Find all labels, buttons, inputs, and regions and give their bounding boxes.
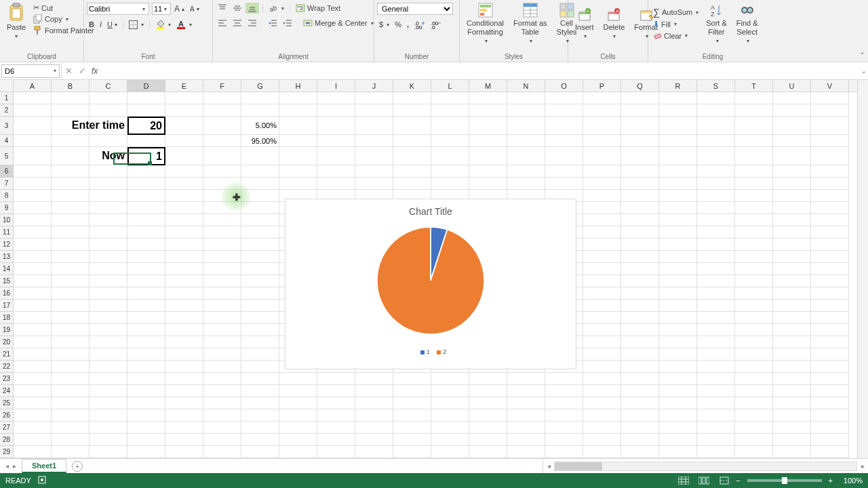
cell-S29[interactable]: [697, 446, 735, 458]
delete-cells-button[interactable]: × Delete: [599, 7, 629, 41]
cell-J5[interactable]: [355, 147, 393, 165]
hscroll-thumb[interactable]: [555, 462, 602, 470]
cell-J7[interactable]: [355, 178, 393, 190]
cell-G20[interactable]: [241, 336, 279, 348]
cell-G24[interactable]: [241, 385, 279, 397]
cell-C24[interactable]: [90, 385, 127, 397]
cell-V9[interactable]: [811, 202, 849, 214]
cell-A17[interactable]: [14, 300, 52, 312]
cell-B16[interactable]: [52, 287, 90, 300]
expand-formula-bar-button[interactable]: ⌄: [859, 66, 868, 75]
cell-U8[interactable]: [773, 190, 811, 202]
cell-T8[interactable]: [735, 190, 773, 202]
cell-C5[interactable]: Now: [90, 147, 127, 165]
cell-E1[interactable]: [165, 92, 203, 104]
cell-A3[interactable]: [14, 117, 52, 135]
cell-B24[interactable]: [52, 385, 90, 397]
cell-O29[interactable]: [545, 446, 583, 458]
cell-I6[interactable]: [317, 165, 355, 178]
cell-V19[interactable]: [811, 324, 849, 336]
cell-S13[interactable]: [697, 251, 735, 263]
cell-J27[interactable]: [355, 422, 393, 434]
cell-F22[interactable]: [203, 361, 241, 373]
cell-L25[interactable]: [431, 397, 469, 409]
cell-T11[interactable]: [735, 226, 773, 239]
cell-D19[interactable]: [127, 324, 165, 336]
cell-P6[interactable]: [583, 165, 621, 178]
cell-V4[interactable]: [811, 135, 849, 147]
format-as-table-button[interactable]: Format as Table: [509, 1, 551, 46]
cell-N29[interactable]: [507, 446, 545, 458]
align-bottom-button[interactable]: [245, 3, 259, 14]
cell-C1[interactable]: [90, 92, 127, 104]
cell-S7[interactable]: [697, 178, 735, 190]
cell-R4[interactable]: [659, 135, 697, 147]
cell-S6[interactable]: [697, 165, 735, 178]
cell-F12[interactable]: [203, 239, 241, 251]
cell-U21[interactable]: [773, 348, 811, 361]
cell-G13[interactable]: [241, 251, 279, 263]
cell-E9[interactable]: [165, 202, 203, 214]
cell-M26[interactable]: [469, 409, 507, 422]
orientation-button[interactable]: ab: [267, 3, 286, 14]
cell-R1[interactable]: [659, 92, 697, 104]
cell-G9[interactable]: [241, 202, 279, 214]
font-size-combo[interactable]: [152, 3, 171, 15]
cell-R5[interactable]: [659, 147, 697, 165]
cell-P8[interactable]: [583, 190, 621, 202]
cell-Q4[interactable]: [621, 135, 659, 147]
cell-G11[interactable]: [241, 226, 279, 239]
cell-R28[interactable]: [659, 434, 697, 446]
cell-C10[interactable]: [90, 214, 127, 226]
zoom-out-button[interactable]: −: [736, 476, 740, 485]
cell-N2[interactable]: [507, 104, 545, 117]
cell-M4[interactable]: [469, 135, 507, 147]
cell-P28[interactable]: [583, 434, 621, 446]
cell-B18[interactable]: [52, 312, 90, 324]
cell-G19[interactable]: [241, 324, 279, 336]
cell-O28[interactable]: [545, 434, 583, 446]
cell-F23[interactable]: [203, 373, 241, 385]
cell-V21[interactable]: [811, 348, 849, 361]
cell-G28[interactable]: [241, 434, 279, 446]
cell-D15[interactable]: [127, 275, 165, 287]
cell-E15[interactable]: [165, 275, 203, 287]
cell-I25[interactable]: [317, 397, 355, 409]
cell-R19[interactable]: [659, 324, 697, 336]
cell-V12[interactable]: [811, 239, 849, 251]
autosum-button[interactable]: ∑AutoSum: [651, 6, 701, 18]
cell-F27[interactable]: [203, 422, 241, 434]
cell-B28[interactable]: [52, 434, 90, 446]
cell-C2[interactable]: [90, 104, 127, 117]
cell-E5[interactable]: [165, 147, 203, 165]
borders-button[interactable]: [127, 20, 146, 30]
cell-T20[interactable]: [735, 336, 773, 348]
cell-E10[interactable]: [165, 214, 203, 226]
fx-label[interactable]: fx: [89, 66, 100, 76]
decrease-font-button[interactable]: A▾: [188, 5, 201, 14]
cell-B5[interactable]: [52, 147, 90, 165]
cell-C27[interactable]: [90, 422, 127, 434]
cell-I28[interactable]: [317, 434, 355, 446]
cell-M7[interactable]: [469, 178, 507, 190]
cell-R22[interactable]: [659, 361, 697, 373]
row-header-23[interactable]: 23: [0, 373, 13, 385]
cell-O5[interactable]: [545, 147, 583, 165]
cell-A27[interactable]: [14, 422, 52, 434]
cell-R23[interactable]: [659, 373, 697, 385]
cell-Q17[interactable]: [621, 300, 659, 312]
cell-R26[interactable]: [659, 409, 697, 422]
cell-S3[interactable]: [697, 117, 735, 135]
cell-A11[interactable]: [14, 226, 52, 239]
cell-U27[interactable]: [773, 422, 811, 434]
cell-U18[interactable]: [773, 312, 811, 324]
cell-V3[interactable]: [811, 117, 849, 135]
cell-E6[interactable]: [165, 165, 203, 178]
cell-C23[interactable]: [90, 373, 127, 385]
cell-A18[interactable]: [14, 312, 52, 324]
cell-G4[interactable]: 95.00%: [241, 135, 279, 147]
cell-T12[interactable]: [735, 239, 773, 251]
cell-S10[interactable]: [697, 214, 735, 226]
cell-R18[interactable]: [659, 312, 697, 324]
row-header-3[interactable]: 3: [0, 117, 13, 135]
